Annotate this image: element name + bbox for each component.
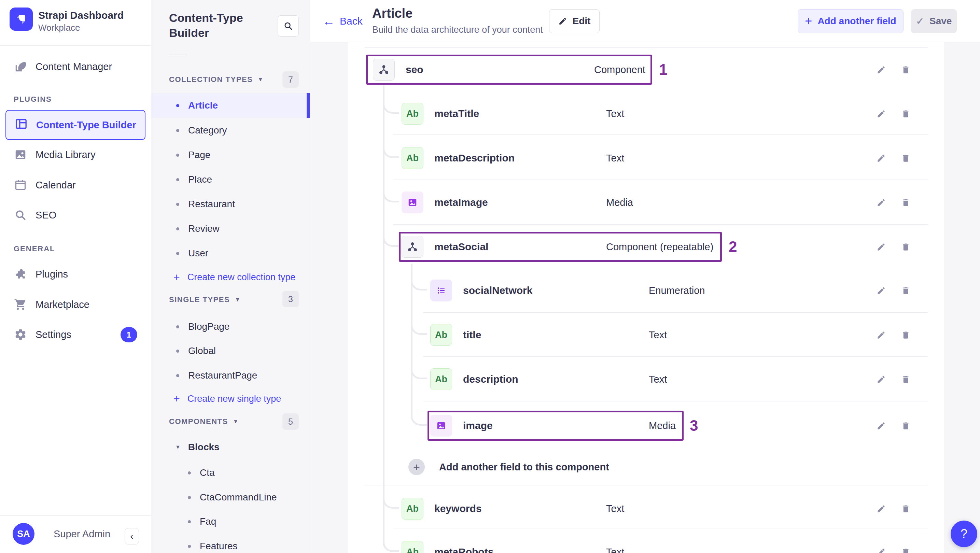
- field-row-metarobots: Ab metaRobots Text: [365, 530, 928, 553]
- delete-field-button[interactable]: [898, 62, 913, 77]
- active-indicator: [307, 93, 310, 118]
- collapse-sidebar-button[interactable]: ‹: [125, 528, 139, 545]
- pencil-icon: [558, 17, 567, 25]
- content-type-builder-nav: Content-Type Builder COLLECTION TYPES ▼ …: [151, 0, 310, 553]
- plus-circle-icon[interactable]: +: [408, 459, 425, 475]
- nav-item-restaurant[interactable]: Restaurant: [151, 192, 310, 216]
- delete-field-button[interactable]: [898, 195, 913, 210]
- check-icon: ✓: [916, 16, 924, 27]
- field-row-metaimage: metaImage Media: [365, 180, 928, 225]
- section-label: COLLECTION TYPES: [169, 75, 253, 84]
- field-row-description: Ab description Text: [365, 357, 928, 401]
- delete-field-button[interactable]: [898, 501, 913, 516]
- sidebar-item-label: Content-Type Builder: [36, 119, 136, 131]
- collection-types-header[interactable]: COLLECTION TYPES ▼: [169, 72, 264, 88]
- nav-item-label: Faq: [200, 516, 216, 527]
- text-field-icon: Ab: [402, 103, 423, 125]
- nav-item-label: Cta: [200, 467, 215, 478]
- field-name: description: [463, 373, 518, 385]
- delete-field-button[interactable]: [898, 372, 913, 387]
- bullet-icon: [176, 374, 179, 377]
- edit-field-button[interactable]: [873, 327, 888, 342]
- nav-item-global[interactable]: Global: [151, 338, 310, 363]
- delete-field-button[interactable]: [898, 418, 913, 433]
- edit-field-button[interactable]: [873, 501, 888, 516]
- sidebar-item-label: Marketplace: [35, 299, 89, 310]
- sidebar-item-calendar[interactable]: Calendar: [0, 174, 151, 196]
- sidebar-item-content-manager[interactable]: Content Manager: [0, 56, 151, 78]
- nav-item-user[interactable]: User: [151, 241, 310, 265]
- nav-title: Content-Type Builder: [169, 10, 272, 40]
- nav-item-category[interactable]: Category: [151, 118, 310, 143]
- nav-item-blogpage[interactable]: BlogPage: [151, 315, 310, 339]
- single-types-header[interactable]: SINGLE TYPES ▼: [169, 291, 241, 308]
- delete-field-button[interactable]: [898, 239, 913, 254]
- search-button[interactable]: [278, 15, 299, 37]
- text-field-icon: Ab: [402, 541, 423, 553]
- nav-item-cta[interactable]: Cta: [151, 461, 310, 485]
- components-header[interactable]: COMPONENTS ▼: [169, 413, 239, 430]
- field-name: metaImage: [434, 197, 488, 208]
- nav-item-restaurantpage[interactable]: RestaurantPage: [151, 363, 310, 388]
- edit-field-button[interactable]: [873, 151, 888, 165]
- delete-field-button[interactable]: [898, 106, 913, 121]
- component-group-blocks[interactable]: ▼ Blocks: [151, 436, 310, 458]
- field-row-socialnetwork: socialNetwork Enumeration: [365, 268, 928, 313]
- single-types-count: 3: [282, 291, 299, 307]
- delete-field-button[interactable]: [898, 151, 913, 165]
- nav-item-place[interactable]: Place: [151, 167, 310, 192]
- delete-field-button[interactable]: [898, 327, 913, 342]
- nav-item-article[interactable]: Article: [151, 93, 310, 118]
- edit-field-button[interactable]: [873, 372, 888, 387]
- sidebar-item-seo[interactable]: SEO: [0, 204, 151, 226]
- field-name: keywords: [434, 503, 482, 515]
- delete-field-button[interactable]: [898, 545, 913, 553]
- delete-field-button[interactable]: [898, 283, 913, 298]
- avatar[interactable]: SA: [13, 523, 35, 545]
- add-another-field-button[interactable]: + Add another field: [798, 9, 904, 33]
- nav-item-ctacommandline[interactable]: CtaCommandLine: [151, 485, 310, 510]
- edit-button[interactable]: Edit: [549, 9, 600, 33]
- nav-item-features[interactable]: Features: [151, 534, 310, 553]
- create-collection-type-link[interactable]: + Create new collection type: [173, 267, 295, 288]
- field-type: Text: [649, 329, 667, 341]
- nav-item-review[interactable]: Review: [151, 216, 310, 241]
- field-name: metaSocial: [434, 241, 488, 253]
- sidebar-item-marketplace[interactable]: Marketplace: [0, 294, 151, 315]
- sidebar-item-content-type-builder[interactable]: Content-Type Builder: [5, 110, 145, 140]
- edit-field-button[interactable]: [873, 545, 888, 553]
- bullet-icon: [188, 545, 191, 548]
- bullet-icon: [188, 471, 191, 475]
- sidebar-item-plugins[interactable]: Plugins: [0, 263, 151, 285]
- nav-item-label: User: [188, 248, 208, 259]
- edit-field-button[interactable]: [873, 418, 888, 433]
- edit-field-button[interactable]: [873, 195, 888, 210]
- field-type: Text: [606, 503, 624, 515]
- field-name: image: [463, 420, 493, 431]
- annotation-number-3: 3: [690, 411, 698, 441]
- field-name: metaDescription: [434, 152, 515, 164]
- field-name: metaRobots: [434, 546, 493, 553]
- chevron-down-icon: ▼: [258, 76, 264, 83]
- nav-item-faq[interactable]: Faq: [151, 509, 310, 534]
- bullet-icon: [188, 496, 191, 499]
- nav-item-label: Global: [188, 345, 216, 356]
- edit-field-button[interactable]: [873, 106, 888, 121]
- edit-label: Edit: [573, 16, 591, 27]
- help-button[interactable]: ?: [951, 521, 977, 547]
- nav-item-page[interactable]: Page: [151, 143, 310, 167]
- add-field-to-component-row[interactable]: + Add another field to this component: [365, 445, 928, 489]
- create-single-type-link[interactable]: + Create new single type: [173, 388, 281, 409]
- nav-item-label: Features: [200, 541, 238, 551]
- chevron-down-icon: ▼: [175, 444, 181, 450]
- save-button[interactable]: ✓ Save: [911, 9, 957, 33]
- nav-item-label: Review: [188, 223, 220, 234]
- edit-field-button[interactable]: [873, 62, 888, 77]
- layout-grid-icon: [14, 117, 28, 133]
- sidebar-item-media-library[interactable]: Media Library: [0, 144, 151, 165]
- nav-item-label: RestaurantPage: [188, 370, 257, 381]
- edit-field-button[interactable]: [873, 283, 888, 298]
- bullet-icon: [176, 350, 179, 353]
- back-link[interactable]: ← Back: [323, 0, 363, 42]
- edit-field-button[interactable]: [873, 239, 888, 254]
